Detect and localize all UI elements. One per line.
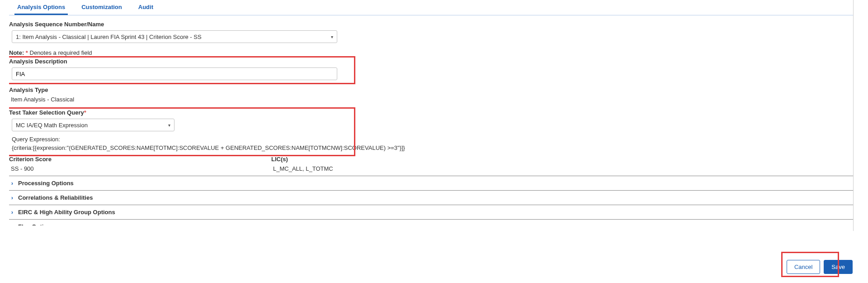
save-button[interactable]: Save <box>824 260 853 274</box>
tab-customization[interactable]: Customization <box>73 0 130 15</box>
sequence-dropdown[interactable]: 1: Item Analysis - Classical | Lauren FI… <box>12 30 337 43</box>
sequence-label: Analysis Sequence Number/Name <box>9 21 853 28</box>
cancel-button[interactable]: Cancel <box>787 260 820 274</box>
criterion-label: Criterion Score <box>9 156 81 163</box>
tab-analysis-options[interactable]: Analysis Options <box>9 0 73 15</box>
caret-down-icon: ▾ <box>331 34 333 39</box>
test-taker-query-block: Test Taker Selection Query* MC IA/EQ Mat… <box>9 109 853 151</box>
content-scroll[interactable]: Analysis Sequence Number/Name 1: Item An… <box>9 15 853 225</box>
lic-value: L_MC_ALL, L_TOTMC <box>271 165 344 172</box>
chevron-right-icon: › <box>10 223 14 225</box>
required-note: Note: * Denotes a required field <box>9 49 853 56</box>
test-taker-query-label: Test Taker Selection Query* <box>9 109 853 116</box>
lic-col: LIC(s) L_MC_ALL, L_TOTMC <box>271 156 344 172</box>
tt-query-label-text: Test Taker Selection Query <box>9 109 84 116</box>
accordion-flag-options[interactable]: › Flag Options <box>9 220 853 225</box>
criterion-value: SS - 900 <box>9 165 81 172</box>
tt-query-dropdown-value: MC IA/EQ Math Expression <box>16 122 88 129</box>
app-wrap: Analysis Options Customization Audit Ana… <box>0 0 868 283</box>
analysis-description-block: Analysis Description <box>9 58 853 80</box>
criterion-col: Criterion Score SS - 900 <box>9 156 81 172</box>
accordion-eirc[interactable]: › EIRC & High Ability Group Options <box>9 205 853 220</box>
accordion-correlations-label: Correlations & Reliabilities <box>18 194 93 201</box>
sequence-dropdown-value: 1: Item Analysis - Classical | Lauren FI… <box>16 34 202 40</box>
required-star-icon: * <box>26 49 30 56</box>
accordion-group: › Processing Options › Correlations & Re… <box>9 176 853 225</box>
criterion-lic-row: Criterion Score SS - 900 LIC(s) L_MC_ALL… <box>9 156 853 172</box>
tab-audit[interactable]: Audit <box>130 0 161 15</box>
chevron-right-icon: › <box>10 209 14 216</box>
test-taker-query-dropdown[interactable]: MC IA/EQ Math Expression ▾ <box>12 119 175 131</box>
analysis-type-block: Analysis Type Item Analysis - Classical <box>9 86 853 103</box>
query-expression-value: {criteria:[{expression:"(GENERATED_SCORE… <box>9 144 853 151</box>
required-star-icon: * <box>84 109 86 116</box>
analysis-description-input[interactable] <box>12 67 337 80</box>
analysis-type-value: Item Analysis - Classical <box>9 96 853 103</box>
accordion-eirc-label: EIRC & High Ability Group Options <box>18 209 115 216</box>
query-expression-label: Query Expression: <box>9 136 853 143</box>
action-bar: Cancel Save <box>787 260 853 274</box>
chevron-right-icon: › <box>10 194 14 201</box>
caret-down-icon: ▾ <box>168 123 170 128</box>
lic-label: LIC(s) <box>271 156 344 163</box>
tab-strip: Analysis Options Customization Audit <box>9 0 853 15</box>
note-text: Denotes a required field <box>30 49 92 56</box>
accordion-processing-options[interactable]: › Processing Options <box>9 176 853 191</box>
accordion-flag-label: Flag Options <box>18 223 54 225</box>
chevron-right-icon: › <box>10 180 14 187</box>
accordion-processing-label: Processing Options <box>18 180 74 187</box>
sequence-block: Analysis Sequence Number/Name 1: Item An… <box>9 21 853 43</box>
note-bold: Note: <box>9 49 24 56</box>
accordion-correlations[interactable]: › Correlations & Reliabilities <box>9 191 853 205</box>
analysis-type-label: Analysis Type <box>9 86 853 93</box>
analysis-description-label: Analysis Description <box>9 58 853 65</box>
main-region: Analysis Options Customization Audit Ana… <box>9 0 854 231</box>
